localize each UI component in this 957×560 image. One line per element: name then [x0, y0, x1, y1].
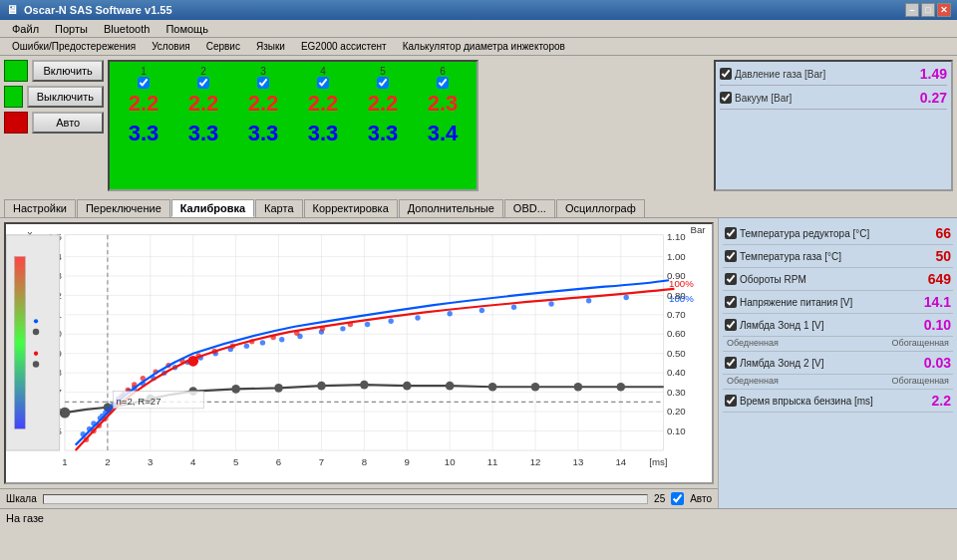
channel-cb-1[interactable] — [138, 77, 150, 89]
channel-headers: 123456 — [114, 66, 473, 89]
menu-item-сервис[interactable]: Сервис — [198, 40, 248, 53]
channel-red-5: 2.2 — [353, 91, 413, 117]
tab-[interactable]: Калибровка — [171, 199, 254, 217]
svg-point-145 — [33, 361, 39, 367]
gas-temp-label: Температура газа [°C] — [740, 251, 841, 262]
svg-point-40 — [617, 383, 626, 392]
lambda1-label: Лямбда Зонд 1 [V] — [740, 320, 824, 331]
lambda2-val: 0.03 — [915, 355, 951, 371]
channel-blue-4: 3.3 — [293, 121, 353, 146]
maximize-button[interactable]: □ — [921, 3, 935, 17]
lambda1-val: 0.10 — [915, 317, 951, 333]
menu-item-порты[interactable]: Порты — [47, 22, 96, 36]
menu-item-файл[interactable]: Файл — [4, 22, 47, 36]
svg-text:0.10: 0.10 — [667, 425, 686, 436]
lambda2-lean: Обедненная — [727, 376, 779, 386]
tab-bar: НастройкиПереключениеКалибровкаКартаКорр… — [0, 195, 957, 218]
svg-point-33 — [317, 382, 326, 391]
svg-point-63 — [279, 337, 284, 342]
svg-text:5: 5 — [233, 456, 238, 467]
app-title: Oscar-N SAS Software v1.55 — [24, 4, 172, 16]
lambda1-cb[interactable] — [725, 319, 737, 331]
menu-bar-1: ФайлПортыBluetoothПомощь — [0, 20, 957, 38]
channel-cb-3[interactable] — [257, 77, 269, 89]
menu-item-bluetooth[interactable]: Bluetooth — [96, 22, 158, 36]
menu-item-кальку[interactable]: Калькулятор диаметра инжекторов — [395, 40, 573, 53]
sensor-row-voltage: Напряжение питания [V] 14.1 — [723, 291, 953, 314]
channel-cb-6[interactable] — [437, 77, 449, 89]
vacuum-cb[interactable] — [720, 92, 732, 104]
svg-point-67 — [365, 322, 370, 327]
svg-point-73 — [548, 301, 553, 306]
svg-point-69 — [415, 315, 420, 320]
channel-blue-2: 3.3 — [173, 121, 233, 146]
svg-text:Bar: Bar — [691, 224, 707, 235]
lambda2-rich: Обогащенная — [892, 376, 949, 386]
menu-item-ошибки[interactable]: Ошибки/Предостережения — [4, 40, 144, 53]
lambda1-lean: Обедненная — [727, 338, 779, 348]
svg-text:12: 12 — [530, 456, 541, 467]
close-button[interactable]: ✕ — [937, 3, 951, 17]
gas-pressure-cb[interactable] — [720, 68, 732, 80]
menu-item-eg2000[interactable]: EG2000 ассистент — [293, 40, 395, 53]
svg-text:1.00: 1.00 — [667, 251, 686, 262]
sensor-row-gas-temp: Температура газа [°C] 50 — [723, 245, 953, 268]
chart-area[interactable]: n=2, R=27 100% 100% 1 2 3 4 5 6 7 8 9 1 — [4, 222, 714, 484]
svg-text:1: 1 — [62, 456, 67, 467]
channel-cb-5[interactable] — [377, 77, 389, 89]
svg-text:n=2, R=27: n=2, R=27 — [116, 396, 160, 407]
lambda2-label: Лямбда Зонд 2 [V] — [740, 358, 824, 369]
voltage-cb[interactable] — [725, 296, 737, 308]
sensor-row-lambda2: Лямбда Зонд 2 [V] 0.03 — [723, 352, 953, 375]
channel-red-6: 2.3 — [413, 91, 473, 117]
channel-cb-4[interactable] — [317, 77, 329, 89]
channel-red-1: 2.2 — [114, 91, 173, 117]
reducer-temp-cb[interactable] — [725, 227, 737, 239]
tab-[interactable]: Карта — [255, 199, 302, 217]
rpm-val: 649 — [915, 271, 951, 287]
svg-text:13: 13 — [573, 456, 584, 467]
include-button[interactable]: Включить — [32, 60, 104, 82]
minimize-button[interactable]: – — [905, 3, 919, 17]
inject-time-cb[interactable] — [725, 395, 737, 407]
tab-[interactable]: Осциллограф — [556, 199, 645, 217]
auto-checkbox[interactable] — [671, 492, 684, 505]
svg-point-97 — [187, 356, 198, 367]
svg-text:14: 14 — [615, 456, 626, 467]
rpm-label: Обороты RPM — [740, 274, 806, 285]
tab-[interactable]: Настройки — [4, 199, 76, 217]
channel-cb-2[interactable] — [197, 77, 209, 89]
lambda2-cb[interactable] — [725, 357, 737, 369]
exclude-button[interactable]: Выключить — [27, 86, 104, 108]
rpm-cb[interactable] — [725, 273, 737, 285]
reducer-temp-label: Температура редуктора [°C] — [740, 228, 869, 239]
svg-text:[ms]: [ms] — [649, 456, 667, 467]
svg-point-36 — [446, 382, 455, 391]
auto-button[interactable]: Авто — [32, 112, 104, 134]
chart-svg: n=2, R=27 100% 100% 1 2 3 4 5 6 7 8 9 1 — [6, 224, 712, 482]
app-icon: 🖥 — [6, 3, 18, 17]
svg-point-147 — [34, 352, 38, 356]
menu-item-услови[interactable]: Условия — [144, 40, 198, 53]
inject-time-val: 2.2 — [915, 393, 951, 409]
tab-[interactable]: Переключение — [77, 199, 170, 217]
channel-red-2: 2.2 — [173, 91, 233, 117]
svg-point-32 — [274, 384, 283, 393]
tab-[interactable]: Корректировка — [304, 199, 398, 217]
channel-blue-6: 3.4 — [413, 121, 473, 146]
svg-text:11: 11 — [487, 456, 498, 467]
svg-point-61 — [244, 343, 249, 348]
svg-point-66 — [340, 326, 345, 331]
inject-time-label: Время впрыска бензина [ms] — [740, 396, 873, 407]
voltage-label: Напряжение питания [V] — [740, 297, 852, 308]
scale-scrollbar[interactable] — [43, 494, 648, 504]
svg-text:0.30: 0.30 — [667, 387, 686, 398]
right-side-panel: Температура редуктора [°C] 66 Температур… — [718, 218, 957, 508]
menu-item-языки[interactable]: Языки — [248, 40, 293, 53]
menu-item-помощь[interactable]: Помощь — [158, 22, 216, 36]
channel-blue-3: 3.3 — [233, 121, 293, 146]
svg-text:0.70: 0.70 — [667, 309, 686, 320]
gas-temp-cb[interactable] — [725, 250, 737, 262]
tab-obd[interactable]: OBD... — [504, 199, 555, 217]
tab-[interactable]: Дополнительные — [399, 199, 503, 217]
